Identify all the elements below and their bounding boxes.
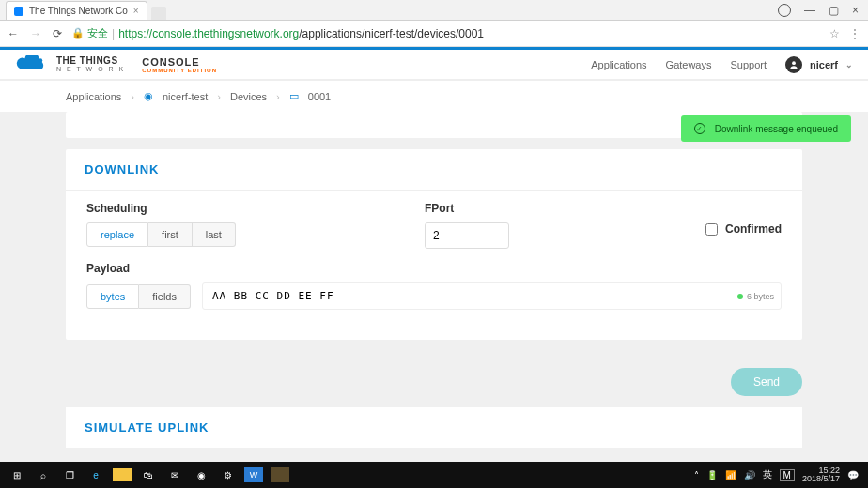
device-icon: ▭ — [289, 90, 299, 102]
browser-tabbar: The Things Network Co × — ▢ × — [0, 0, 868, 21]
settings-icon[interactable]: ⚙ — [214, 462, 240, 488]
kebab-icon[interactable]: ⋮ — [849, 27, 860, 40]
sound-icon[interactable]: 🔊 — [744, 470, 755, 480]
confirmed-label: Confirmed — [725, 222, 782, 236]
crumb-device[interactable]: 0001 — [308, 91, 331, 102]
url-text: https://console.thethingsnetwork.org/app… — [118, 27, 484, 40]
explorer-icon[interactable] — [113, 468, 132, 481]
payload-mode-bytes[interactable]: bytes — [86, 284, 139, 309]
chevron-right-icon: › — [276, 91, 280, 102]
url-field[interactable]: 🔒 安全 | https://console.thethingsnetwork.… — [71, 26, 820, 40]
scheduling-group: replace first last — [86, 222, 340, 247]
username: nicerf — [810, 59, 838, 70]
store-icon[interactable]: 🛍 — [135, 462, 162, 488]
chevron-down-icon: ⌄ — [845, 60, 853, 69]
payload-mode-fields[interactable]: fields — [139, 284, 191, 309]
send-button[interactable]: Send — [731, 368, 802, 396]
payload-mode-group: bytes fields — [86, 284, 191, 309]
start-icon[interactable]: ⊞ — [4, 462, 30, 488]
brand[interactable]: THE THINGS N E T W O R K CONSOLE COMMUNI… — [15, 55, 217, 74]
new-tab-button[interactable] — [151, 7, 166, 20]
close-window-icon[interactable]: × — [852, 4, 859, 17]
profile-icon[interactable] — [778, 4, 791, 17]
cloud-icon — [15, 55, 49, 74]
notifications-icon[interactable]: 💬 — [847, 470, 859, 480]
battery-icon[interactable]: 🔋 — [706, 470, 718, 480]
nav-support[interactable]: Support — [731, 59, 767, 70]
avatar-icon — [785, 56, 802, 73]
crumb-devices[interactable]: Devices — [230, 91, 267, 102]
payload-input[interactable] — [202, 282, 782, 310]
ime-lang[interactable]: 英 — [763, 468, 772, 481]
console-label: CONSOLE COMMUNITY EDITION — [142, 56, 217, 73]
edge-icon[interactable]: e — [83, 462, 109, 488]
fport-input[interactable] — [425, 222, 509, 249]
crumb-applications[interactable]: Applications — [66, 91, 121, 102]
confirmed-checkbox[interactable] — [705, 223, 718, 236]
chevron-right-icon: › — [131, 91, 134, 102]
breadcrumb: Applications › ◉ nicerf-test › Devices ›… — [0, 80, 868, 112]
scheduling-first[interactable]: first — [148, 222, 193, 247]
bookmark-icon[interactable]: ☆ — [829, 27, 840, 40]
word-icon[interactable]: W — [244, 467, 263, 482]
simulate-uplink-card: SIMULATE UPLINK — [66, 407, 802, 448]
chrome-icon[interactable]: ◉ — [188, 462, 214, 488]
app-header: THE THINGS N E T W O R K CONSOLE COMMUNI… — [0, 50, 868, 80]
simulate-uplink-title: SIMULATE UPLINK — [66, 407, 802, 448]
check-icon: ✓ — [694, 123, 705, 134]
app-icon: ◉ — [144, 90, 153, 102]
browser-tab[interactable]: The Things Network Co × — [6, 1, 147, 20]
status-dot-icon — [737, 294, 743, 299]
page-body: ✓ Downlink message enqueued DOWNLINK Sch… — [0, 112, 868, 488]
crumb-app[interactable]: nicerf-test — [163, 91, 208, 102]
forward-icon[interactable]: → — [30, 27, 41, 40]
back-icon[interactable]: ← — [8, 27, 19, 40]
taskview-icon[interactable]: ❐ — [56, 462, 83, 488]
fport-label: FPort — [425, 202, 509, 215]
wifi-icon[interactable]: 📶 — [725, 470, 736, 480]
svg-point-0 — [39, 58, 43, 63]
payload-bytes-badge: 6 bytes — [737, 292, 774, 301]
windows-taskbar: ⊞ ⌕ ❐ e 🛍 ✉ ◉ ⚙ W ˄ 🔋 📶 🔊 英 M 15:22 2018… — [0, 462, 868, 488]
secure-label: 安全 — [87, 26, 108, 40]
nav-applications[interactable]: Applications — [591, 59, 646, 70]
downlink-card: DOWNLINK Scheduling replace first last F… — [66, 149, 802, 340]
search-icon[interactable]: ⌕ — [30, 462, 56, 488]
close-icon[interactable]: × — [133, 6, 139, 16]
tab-title: The Things Network Co — [29, 6, 128, 16]
reload-icon[interactable]: ⟳ — [53, 27, 62, 40]
maximize-icon[interactable]: ▢ — [829, 4, 839, 17]
window-controls: — ▢ × — [768, 0, 868, 21]
toast-text: Downlink message enqueued — [715, 124, 838, 134]
mail-icon[interactable]: ✉ — [162, 462, 188, 488]
scheduling-replace[interactable]: replace — [86, 222, 148, 247]
address-bar: ← → ⟳ 🔒 安全 | https://console.thethingsne… — [0, 21, 868, 47]
clock[interactable]: 15:22 2018/5/17 — [802, 466, 840, 484]
downlink-title: DOWNLINK — [66, 149, 802, 191]
user-menu[interactable]: nicerf ⌄ — [785, 56, 853, 73]
toast-success: ✓ Downlink message enqueued — [681, 115, 851, 142]
ime-mode[interactable]: M — [780, 469, 795, 481]
lock-icon: 🔒 安全 — [71, 26, 108, 40]
minimize-icon[interactable]: — — [804, 4, 815, 17]
app-icon[interactable] — [271, 467, 289, 482]
brand-text: THE THINGS N E T W O R K — [56, 56, 125, 72]
url-separator: | — [112, 27, 115, 40]
chevron-right-icon: › — [217, 91, 221, 102]
scheduling-last[interactable]: last — [193, 222, 236, 247]
tray-chevron-icon[interactable]: ˄ — [694, 470, 699, 480]
svg-point-1 — [792, 61, 796, 65]
favicon-icon — [14, 7, 23, 16]
payload-label: Payload — [86, 262, 782, 275]
nav-gateways[interactable]: Gateways — [666, 59, 712, 70]
scheduling-label: Scheduling — [86, 202, 340, 215]
